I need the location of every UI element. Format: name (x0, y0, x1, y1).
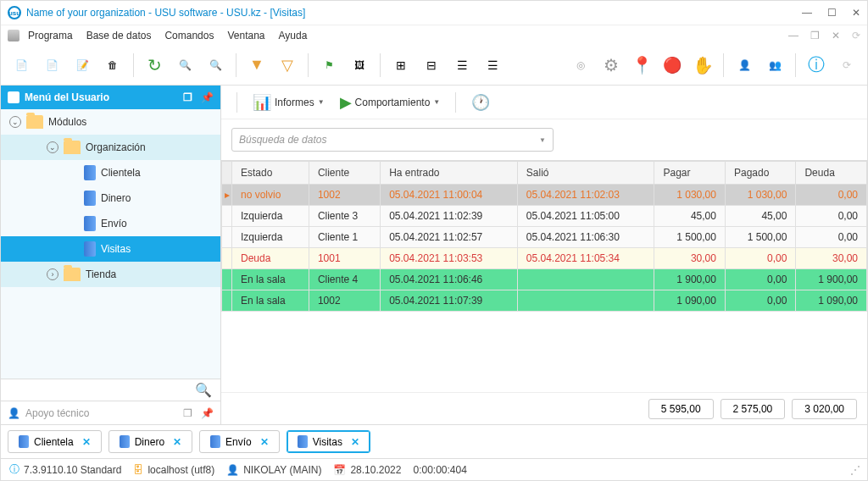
collapse-icon[interactable]: ⌄ (47, 141, 58, 153)
collapse-tree-button[interactable]: ⊟ (418, 52, 445, 79)
cell-pagado[interactable]: 0,00 (725, 269, 795, 290)
flag-button[interactable]: ⚑ (315, 52, 342, 79)
tree-organization[interactable]: ⌄ Organización (1, 135, 220, 160)
color-button[interactable]: 🔴 (659, 52, 686, 79)
tree-visitas[interactable]: Visitas (1, 236, 220, 262)
refresh-button[interactable]: ↻ (141, 52, 168, 79)
minimize-button[interactable]: — (802, 7, 812, 19)
table-row[interactable]: IzquierdaCliente 105.04.2021 11:02:5705.… (222, 227, 867, 248)
col-entrado[interactable]: Ha entrado (381, 162, 518, 185)
data-grid[interactable]: Estado Cliente Ha entrado Salió Pagar Pa… (221, 160, 867, 392)
cell-estado[interactable]: no volvio (232, 185, 309, 206)
support-dock-button[interactable]: ❐ (183, 407, 192, 419)
cell-pagar[interactable]: 1 030,00 (654, 185, 725, 206)
resize-grip-icon[interactable]: ⋰ (850, 464, 859, 476)
cell-deuda[interactable]: 0,00 (796, 185, 867, 206)
cell-estado[interactable]: En la sala (232, 269, 309, 290)
table-row[interactable]: En la sala100205.04.2021 11:07:391 090,0… (222, 290, 867, 312)
delete-document-button[interactable]: 🗑 (99, 52, 126, 79)
menu-base-de-datos[interactable]: Base de datos (81, 28, 157, 43)
menu-programa[interactable]: Programa (23, 28, 78, 43)
cell-entrado[interactable]: 05.04.2021 11:02:39 (381, 206, 518, 227)
cell-salio[interactable]: 05.04.2021 11:05:34 (517, 248, 654, 269)
tree-clientela[interactable]: Clientela (1, 160, 220, 185)
user-button[interactable]: 👤 (731, 52, 758, 79)
tree-dinero[interactable]: Dinero (1, 185, 220, 211)
sidebar-search[interactable]: 🔍 (1, 379, 220, 401)
tab-dinero[interactable]: Dinero ✕ (108, 430, 192, 453)
cell-pagar[interactable]: 1 500,00 (654, 227, 725, 248)
child-restore-button[interactable]: ❐ (810, 30, 820, 41)
tree-modules[interactable]: ⌄ Módulos (1, 109, 220, 135)
tab-clientela[interactable]: Clientela ✕ (8, 430, 102, 453)
menu-ventana[interactable]: Ventana (222, 28, 270, 43)
col-estado[interactable]: Estado (232, 162, 309, 185)
close-button[interactable]: ✕ (852, 7, 860, 19)
cell-deuda[interactable]: 0,00 (796, 227, 867, 248)
child-minimize-button[interactable]: — (788, 30, 798, 41)
close-tab-icon[interactable]: ✕ (351, 436, 359, 448)
cell-pagado[interactable]: 45,00 (725, 206, 795, 227)
users-button[interactable]: 👥 (761, 52, 788, 79)
cell-pagar[interactable]: 1 090,00 (654, 290, 725, 312)
cell-pagado[interactable]: 0,00 (725, 248, 795, 269)
cell-deuda[interactable]: 0,00 (796, 206, 867, 227)
target-button[interactable]: ◎ (567, 52, 594, 79)
filter-button[interactable]: ▼ (243, 52, 270, 79)
maximize-button[interactable]: ☐ (827, 7, 837, 19)
menu-comandos[interactable]: Comandos (159, 28, 219, 43)
cell-deuda[interactable]: 30,00 (796, 248, 867, 269)
sidebar-pin-button[interactable]: 📌 (201, 91, 214, 103)
cell-estado[interactable]: En la sala (232, 290, 309, 312)
tree-store[interactable]: › Tienda (1, 262, 220, 287)
cell-entrado[interactable]: 05.04.2021 11:07:39 (381, 290, 518, 312)
cell-salio[interactable]: 05.04.2021 11:05:00 (517, 206, 654, 227)
cell-cliente[interactable]: 1002 (309, 290, 380, 312)
cell-estado[interactable]: Izquierda (232, 206, 309, 227)
tree-button[interactable]: ☰ (448, 52, 476, 79)
table-row[interactable]: En la salaCliente 405.04.2021 11:06:461 … (222, 269, 867, 290)
reports-button[interactable]: 📊 Informes ▼ (248, 91, 330, 114)
cell-estado[interactable]: Deuda (232, 248, 309, 269)
cell-entrado[interactable]: 05.04.2021 11:03:53 (381, 248, 518, 269)
table-row[interactable]: ▸no volvio100205.04.2021 11:00:0405.04.2… (222, 185, 867, 206)
tab-visitas[interactable]: Visitas ✕ (287, 430, 370, 453)
tab-envio[interactable]: Envío ✕ (199, 430, 280, 453)
search-plus-button[interactable]: 🔍 (202, 52, 229, 79)
search-input[interactable]: Búsqueda de datos ▼ (231, 128, 554, 152)
edit-document-button[interactable]: 📝 (69, 52, 96, 79)
close-tab-icon[interactable]: ✕ (173, 436, 181, 448)
cell-cliente[interactable]: Cliente 3 (309, 206, 380, 227)
table-row[interactable]: IzquierdaCliente 305.04.2021 11:02:3905.… (222, 206, 867, 227)
cell-cliente[interactable]: 1002 (309, 185, 380, 206)
col-deuda[interactable]: Deuda (796, 162, 867, 185)
search-button[interactable]: 🔍 (171, 52, 198, 79)
cell-cliente[interactable]: 1001 (309, 248, 380, 269)
table-row[interactable]: Deuda100105.04.2021 11:03:5305.04.2021 1… (222, 248, 867, 269)
clock-button[interactable]: 🕐 (466, 91, 495, 114)
tree-alt-button[interactable]: ☰ (479, 52, 506, 79)
cell-pagado[interactable]: 1 500,00 (725, 227, 795, 248)
behavior-button[interactable]: ▶ Comportamiento ▼ (335, 91, 446, 114)
cell-entrado[interactable]: 05.04.2021 11:06:46 (381, 269, 518, 290)
menu-ayuda[interactable]: Ayuda (274, 28, 313, 43)
power-button[interactable]: ⟳ (833, 52, 860, 79)
cell-entrado[interactable]: 05.04.2021 11:00:04 (381, 185, 518, 206)
cell-entrado[interactable]: 05.04.2021 11:02:57 (381, 227, 518, 248)
col-pagar[interactable]: Pagar (654, 162, 725, 185)
new-document-button[interactable]: 📄 (8, 52, 35, 79)
support-pin-button[interactable]: 📌 (201, 407, 214, 419)
tree-envio[interactable]: Envío (1, 211, 220, 236)
cell-cliente[interactable]: Cliente 1 (309, 227, 380, 248)
col-salio[interactable]: Salió (517, 162, 654, 185)
cell-deuda[interactable]: 1 900,00 (796, 269, 867, 290)
sidebar-dock-button[interactable]: ❐ (183, 91, 192, 103)
cell-pagado[interactable]: 0,00 (725, 290, 795, 312)
cell-pagar[interactable]: 45,00 (654, 206, 725, 227)
cell-deuda[interactable]: 1 090,00 (796, 290, 867, 312)
cell-salio[interactable] (517, 290, 654, 312)
collapse-icon[interactable]: ⌄ (9, 116, 21, 128)
cell-salio[interactable] (517, 269, 654, 290)
expand-icon[interactable]: › (47, 268, 58, 280)
copy-document-button[interactable]: 📄 (38, 52, 65, 79)
